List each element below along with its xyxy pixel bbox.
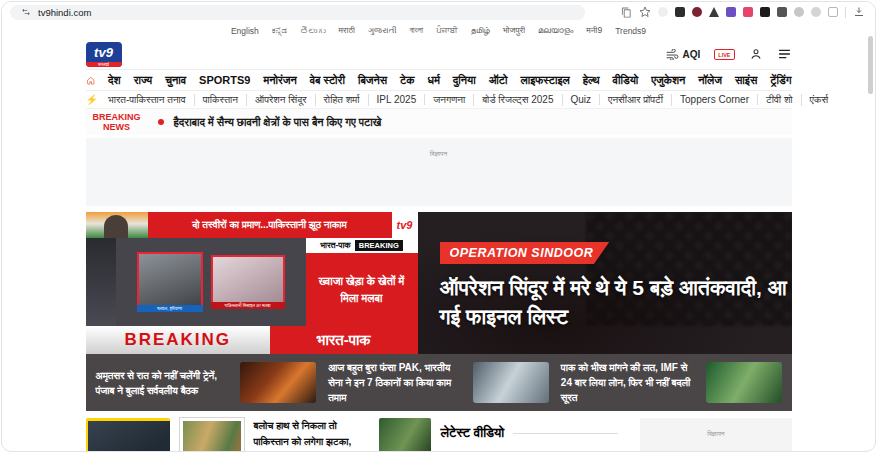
ad-label: विज्ञापन: [707, 430, 724, 437]
language-link[interactable]: मनी9: [586, 25, 602, 36]
nav-link[interactable]: टेक: [400, 74, 415, 87]
extension-pink[interactable]: [743, 7, 753, 17]
download-icon[interactable]: [853, 6, 865, 18]
copy-pages-icon[interactable]: [621, 7, 632, 18]
language-link[interactable]: ਪੰਜਾਬੀ: [436, 25, 457, 36]
hero-headline[interactable]: ऑपरेशन सिंदूर में मरे थे ये 5 बड़े आतंकव…: [440, 273, 792, 332]
language-link[interactable]: മലയാളം: [538, 25, 573, 36]
topic-link[interactable]: एनसीआर प्रॉपर्टी: [600, 94, 672, 106]
video-tag-strip: भारत-पाक BREAKING: [306, 238, 418, 253]
nav-link[interactable]: दुनिया: [453, 74, 476, 87]
latest-videos-section: लेटेस्ट वीडियो: [441, 418, 619, 441]
related-news-strip: अमृतसर से रात को नहीं चलेंगी ट्रेनें, पं…: [86, 354, 792, 411]
strip-news-headline: अमृतसर से रात को नहीं चलेंगी ट्रेनें, पं…: [96, 368, 233, 398]
nav-link[interactable]: ट्रेंडिंग: [770, 74, 791, 87]
nav-link[interactable]: हेल्थ: [583, 74, 600, 87]
language-link[interactable]: ಕನ್ನಡ: [272, 25, 287, 36]
language-link[interactable]: English: [231, 26, 259, 36]
strip-news-thumbnail: [240, 362, 316, 403]
nav-link[interactable]: लाइफस्टाइल: [520, 74, 569, 87]
nav-link[interactable]: वीडियो: [613, 74, 639, 87]
extension-black-white[interactable]: [760, 7, 770, 17]
topic-link[interactable]: एंकर्स: [802, 94, 837, 106]
breaking-news-bar: BREAKING NEWS हैदराबाद में सैन्य छावनी क…: [86, 109, 792, 135]
nav-link[interactable]: ऑटो: [489, 74, 508, 87]
hero-video-thumbnail[interactable]: दो तस्वीरों का प्रमाण...पाकिस्तानी झूठ न…: [86, 212, 418, 354]
extensions-area: [658, 7, 838, 17]
language-link[interactable]: ગુજરાતી: [368, 25, 397, 36]
debris-photo-1: पलवल, हरियाणा: [137, 252, 203, 312]
nav-link[interactable]: बिजनेस: [358, 74, 387, 87]
bookmark-star-icon[interactable]: [639, 6, 651, 18]
extension-muted-circle[interactable]: [794, 7, 804, 17]
main-nav-items: देशराज्यचुनावSPORTS9मनोरंजनवेब स्टोरीबिज…: [108, 74, 791, 87]
article-headline[interactable]: बलोच हाथ से निकला तो पाकिस्तान को लगेगा …: [254, 418, 365, 452]
topic-link[interactable]: Quiz: [563, 94, 601, 105]
extension-outline[interactable]: [828, 7, 838, 17]
breaking-headline[interactable]: हैदराबाद में सैन्य छावनी क्षेत्रों के पा…: [174, 116, 382, 129]
nav-link[interactable]: मनोरंजन: [263, 74, 296, 87]
extension-purple[interactable]: [726, 7, 736, 17]
extension-chat[interactable]: [811, 7, 821, 17]
site-header: tv9 भारतवर्ष AQI LIVE: [86, 39, 792, 69]
strip-news-item[interactable]: अमृतसर से रात को नहीं चलेंगी ट्रेनें, पं…: [96, 362, 317, 403]
tv9-logo[interactable]: tv9 भारतवर्ष: [86, 42, 122, 67]
bullet-dot-icon: [158, 119, 164, 125]
nav-link[interactable]: चुनाव: [165, 74, 186, 87]
strip-news-item[interactable]: आज बहुत बुरा फंसा PAK, भारतीय सेना ने इन…: [328, 362, 549, 403]
url-bar[interactable]: tv9hindi.com: [10, 5, 585, 20]
topic-nav-items: भारत-पाकिस्तान तनावपाकिस्तानऑपरेशन सिंदू…: [100, 94, 836, 106]
nav-link[interactable]: वेब स्टोरी: [310, 74, 345, 87]
topic-link[interactable]: IPL 2025: [369, 94, 426, 105]
language-link[interactable]: भोजपुरी: [503, 25, 525, 36]
ad-placeholder-small: विज्ञापन: [640, 418, 791, 452]
nav-link[interactable]: एजुकेशन: [651, 74, 685, 87]
topic-link[interactable]: Toppers Corner: [672, 94, 758, 105]
scrollbar-thumb[interactable]: [868, 36, 873, 94]
topic-link[interactable]: ऑपरेशन सिंदूर: [247, 94, 315, 106]
language-link[interactable]: বাংলা: [410, 25, 424, 36]
main-navigation: देशराज्यचुनावSPORTS9मनोरंजनवेब स्टोरीबिज…: [86, 69, 792, 91]
topic-link[interactable]: टीवी शो: [758, 94, 802, 106]
latest-videos-title: लेटेस्ट वीडियो: [441, 425, 505, 441]
topic-link[interactable]: पाकिस्तान: [195, 94, 247, 106]
aqi-widget[interactable]: AQI: [666, 49, 700, 60]
user-icon[interactable]: [749, 47, 763, 61]
live-tv-icon[interactable]: LIVE: [714, 49, 734, 60]
extension-triangle[interactable]: [709, 7, 719, 17]
hamburger-menu-icon[interactable]: [777, 48, 792, 60]
hero-headline-panel[interactable]: OPERATION SINDOOR ऑपरेशन सिंदूर में मरे …: [418, 212, 792, 354]
extension-dark-square[interactable]: [675, 7, 685, 17]
language-link[interactable]: Trends9: [615, 26, 646, 36]
extension-glyph[interactable]: [777, 7, 787, 17]
video-thumbnail-2[interactable]: [180, 418, 244, 452]
language-link[interactable]: मराठी: [338, 25, 354, 36]
topic-link[interactable]: बोर्ड रिजल्ट्स 2025: [474, 94, 562, 106]
language-link[interactable]: తెలుగు: [300, 26, 326, 36]
video-thumbnail-1[interactable]: [86, 418, 170, 452]
extension-maroon-circle[interactable]: [692, 7, 702, 17]
photo1-caption: पलवल, हरियाणा: [137, 305, 203, 312]
language-bar: Englishಕನ್ನಡతెలుగుमराठीગુજરાતીবাংলাਪੰਜਾਬ…: [2, 22, 875, 39]
nav-link[interactable]: साइंस: [735, 74, 757, 87]
topic-link[interactable]: भारत-पाकिस्तान तनाव: [100, 94, 195, 106]
nav-link[interactable]: देश: [108, 74, 121, 87]
nav-link[interactable]: धर्म: [428, 74, 440, 87]
nav-link[interactable]: राज्य: [134, 74, 153, 87]
extension-circle-c[interactable]: [658, 7, 668, 17]
home-icon[interactable]: [86, 74, 96, 87]
site-swap-icon: [21, 7, 31, 17]
topic-link[interactable]: जनगणना: [425, 94, 474, 106]
logo-subtext: भारतवर्ष: [86, 62, 122, 67]
strip-news-headline: पाक को भीख मांगने की लत, IMF से 24 बार ल…: [561, 360, 698, 405]
strip-news-item[interactable]: पाक को भीख मांगने की लत, IMF से 24 बार ल…: [561, 362, 782, 403]
hero-story[interactable]: दो तस्वीरों का प्रमाण...पाकिस्तानी झूठ न…: [86, 212, 792, 354]
strip-news-thumbnail: [706, 362, 782, 403]
nav-link[interactable]: SPORTS9: [199, 74, 250, 86]
wind-icon: [666, 49, 679, 60]
language-link[interactable]: தமிழ்: [471, 25, 490, 36]
topic-link[interactable]: रोहित शर्मा: [316, 94, 369, 106]
latest-video-thumbnail[interactable]: [379, 418, 431, 452]
debris-photo-2: पाकिस्तानी मिसाइल का मलबा: [211, 255, 285, 309]
nav-link[interactable]: नॉलेज: [698, 74, 722, 87]
